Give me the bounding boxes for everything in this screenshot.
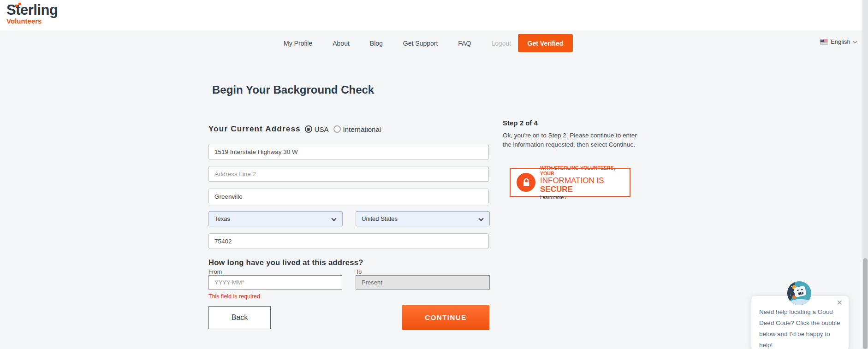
logo-wordmark: Sterling (6, 3, 58, 18)
language-label: English (831, 38, 850, 45)
main-nav: My Profile About Blog Get Support FAQ Lo… (284, 40, 511, 47)
language-selector[interactable]: English (820, 38, 856, 45)
address-line2-input[interactable] (208, 166, 489, 182)
radio-usa-label: USA (315, 125, 329, 133)
secure-banner-text: WITH STERLING VOLUNTEERS, YOUR INFORMATI… (540, 165, 630, 200)
nav-logout[interactable]: Logout (491, 40, 511, 47)
close-icon[interactable]: ✕ (837, 298, 843, 307)
radio-international-unselected-icon[interactable] (333, 125, 341, 133)
radio-usa[interactable]: USA (305, 125, 329, 133)
country-select[interactable]: United States (356, 211, 490, 226)
secure-line1: WITH STERLING VOLUNTEERS, YOUR (540, 165, 630, 176)
information-secure-banner[interactable]: WITH STERLING VOLUNTEERS, YOUR INFORMATI… (510, 168, 630, 197)
logo-subtitle: Volunteers (6, 18, 58, 24)
chevron-down-icon (478, 216, 483, 221)
zip-input[interactable] (208, 233, 489, 249)
step-panel: Step 2 of 4 Ok, you're on to Step 2. Ple… (503, 119, 647, 149)
to-date-input (356, 275, 490, 290)
duration-heading: How long have you lived at this address? (208, 258, 363, 267)
scrollbar-track[interactable] (862, 0, 868, 349)
state-select[interactable]: Texas (208, 211, 343, 226)
chevron-down-icon (331, 216, 336, 221)
nav-faq[interactable]: FAQ (458, 40, 471, 47)
from-label: From (208, 269, 222, 275)
logo-t-accent: t (16, 2, 20, 18)
continue-button[interactable]: CONTINUE (402, 305, 489, 330)
header: Sterling Volunteers (0, 0, 868, 30)
from-date-input[interactable] (208, 275, 342, 290)
step-description: Ok, you're on to Step 2. Please continue… (503, 131, 647, 149)
sterling-volunteers-logo[interactable]: Sterling Volunteers (6, 3, 58, 24)
step-title: Step 2 of 4 (503, 119, 647, 127)
scrollbar-thumb[interactable] (863, 258, 868, 349)
chat-message: Need help locating a Good Deed Code? Cli… (759, 307, 841, 349)
lock-icon (517, 173, 535, 192)
chat-bot-avatar[interactable] (787, 281, 811, 305)
learn-more-link[interactable]: Learn more › (540, 195, 630, 200)
radio-international-label: International (343, 125, 381, 133)
nav-blog[interactable]: Blog (370, 40, 383, 47)
page-title: Begin Your Background Check (212, 83, 374, 96)
arrow-right-icon: › (565, 195, 566, 200)
nav-about[interactable]: About (333, 40, 350, 47)
chevron-down-icon (852, 39, 857, 43)
state-select-value: Texas (214, 215, 230, 222)
back-button[interactable]: Back (208, 306, 271, 329)
radio-international[interactable]: International (333, 125, 381, 133)
current-address-section-header: Your Current Address USA International (208, 124, 381, 134)
nav-get-support[interactable]: Get Support (403, 40, 438, 47)
radio-usa-selected-icon[interactable] (305, 125, 312, 133)
nav-my-profile[interactable]: My Profile (284, 40, 312, 47)
address-line1-input[interactable] (208, 144, 489, 160)
secure-line2: INFORMATION IS SECURE (540, 176, 630, 194)
city-input[interactable] (208, 189, 489, 204)
address-type-radio-group: USA International (305, 125, 381, 133)
to-label: To (356, 269, 362, 275)
us-flag-icon (820, 39, 828, 45)
country-select-value: United States (362, 215, 398, 222)
field-required-error: This field is required. (208, 293, 262, 300)
current-address-label: Your Current Address (208, 124, 301, 134)
get-verified-button[interactable]: Get Verified (518, 34, 573, 52)
